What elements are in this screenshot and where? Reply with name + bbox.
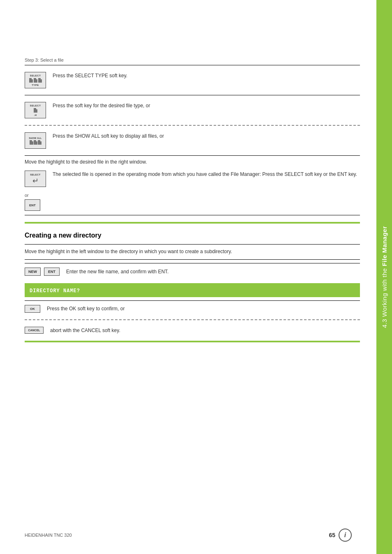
side-tab: 4.3 Working with the File Manager [376,0,392,554]
creating-desc: Move the highlight in the left window to… [25,248,360,255]
highlight-text: Move the highlight to the desired file i… [25,159,360,165]
show-all-key[interactable]: SHOW ALL [25,132,46,149]
file-icon-1 [29,78,33,83]
divider-1 [25,65,360,65]
side-tab-text: 4.3 Working with the File Manager [381,226,388,328]
row-ok: OK Press the OK soft key to confirm, or [25,300,360,316]
or-label: or [25,193,360,198]
footer-brand: HEIDENHAIN TNC 320 [25,533,72,538]
ok-button[interactable]: OK [25,305,40,313]
row2-text: Press the soft key for the desired file … [53,102,360,109]
section-bar-1 [25,222,360,224]
ent-button[interactable]: ENT [25,199,40,211]
page-wrapper: Step 3: Select a file SELECT TYPE Press … [0,0,392,554]
directory-bar: DIRECTORY NAME? [25,283,360,297]
divider-2 [25,95,360,95]
divider-6 [25,259,360,260]
new-ent-row: NEW ENT Enter the new file name, and con… [25,263,360,280]
info-icon: i [339,529,352,542]
select-h-key[interactable]: SELECT .H [25,102,46,118]
footer: HEIDENHAIN TNC 320 65 i [25,529,352,542]
main-content: Step 3: Select a file SELECT TYPE Press … [0,0,376,554]
footer-right: 65 i [329,529,352,542]
dashed-divider-1 [25,125,360,126]
file-icon-7 [38,140,42,145]
cancel-text: abort with the CANCEL soft key. [50,327,360,334]
cancel-button[interactable]: CANCEL [25,327,44,334]
select-desc: The selected file is opened in the opera… [53,171,360,178]
divider-5 [25,244,360,245]
step3-label: Step 3: Select a file [25,58,360,62]
ok-text: Press the OK soft key to confirm, or [47,305,360,312]
creating-title: Creating a new directory [25,232,360,239]
row1-text: Press the SELECT TYPE soft key. [53,72,360,79]
file-icon-3 [38,78,42,83]
directory-bar-text: DIRECTORY NAME? [30,288,80,294]
file-icon-4 [34,108,37,113]
row-select-ent: SELECT ↵ The selected file is opened in … [25,167,360,190]
row-select-type: SELECT TYPE Press the SELECT TYPE soft k… [25,69,360,92]
select-key[interactable]: SELECT ↵ [25,171,46,187]
row-select-h: SELECT .H Press the soft key for the des… [25,99,360,122]
divider-3 [25,155,360,156]
file-icon-6 [34,140,37,145]
select-type-key[interactable]: SELECT TYPE [25,72,46,88]
dashed-divider-2 [25,319,360,320]
file-icon-2 [34,78,37,83]
row-show-all: SHOW ALL Press the SHOW ALL soft key to … [25,129,360,152]
file-icon-5 [30,140,33,145]
bottom-bar [25,341,360,342]
page-number: 65 [329,532,335,538]
new-ent-text: Enter the new file name, and confirm wit… [66,268,360,275]
ent-confirm-button[interactable]: ENT [44,268,60,276]
new-button[interactable]: NEW [25,268,41,276]
row3-text: Press the SHOW ALL soft key to display a… [53,132,360,140]
divider-4 [25,215,360,215]
row-cancel: CANCEL abort with the CANCEL soft key. [25,323,360,337]
